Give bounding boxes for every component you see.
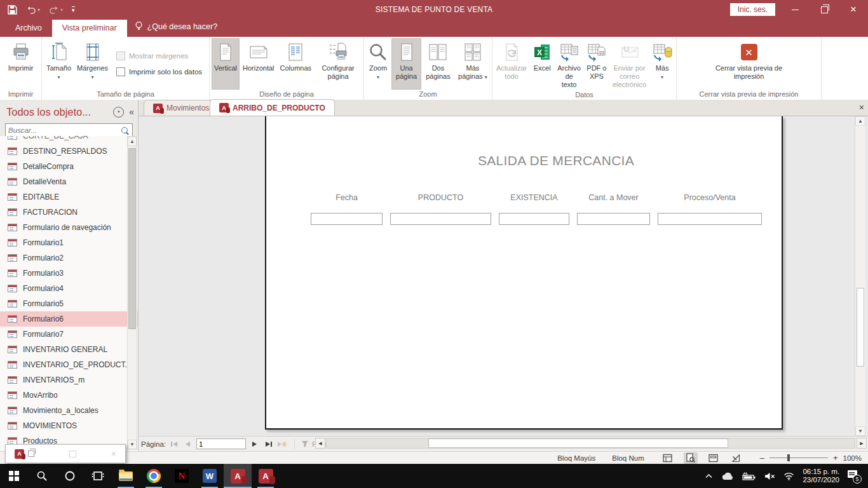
- nav-object-item[interactable]: Formulario6: [0, 311, 138, 327]
- tab-vista-preliminar[interactable]: Vista preliminar: [52, 20, 127, 37]
- zoom-percentage[interactable]: 100%: [843, 454, 862, 462]
- more-pages-button[interactable]: Más páginas ▾: [455, 38, 491, 90]
- action-center-button[interactable]: 5: [848, 470, 860, 482]
- export-excel-button[interactable]: X Excel: [530, 38, 554, 90]
- print-preview-area[interactable]: SALIDA DE MERCANCIA Fecha PRODUCTO EXIST…: [139, 116, 855, 436]
- volume-muted-icon[interactable]: [764, 472, 775, 480]
- save-icon[interactable]: [8, 5, 17, 15]
- tell-me-box[interactable]: ¿Qué desea hacer?: [127, 17, 226, 37]
- taskbar-search-button[interactable]: [28, 464, 56, 488]
- columns-button[interactable]: Columnas: [278, 38, 315, 90]
- nav-pane-menu-icon[interactable]: ▾: [113, 107, 124, 118]
- cortana-button[interactable]: [56, 464, 84, 488]
- next-page-button[interactable]: [248, 439, 260, 449]
- scrollbar-thumb[interactable]: [128, 148, 136, 329]
- zoom-out-icon[interactable]: –: [760, 453, 764, 463]
- access-button-2[interactable]: A: [252, 464, 280, 488]
- redo-button[interactable]: ▾: [49, 6, 63, 14]
- nav-object-item[interactable]: EDITABLE: [0, 189, 138, 205]
- file-explorer-button[interactable]: [112, 464, 140, 488]
- nav-object-item[interactable]: DESTINO_RESPALDOS: [0, 144, 138, 159]
- zoom-slider-thumb[interactable]: [787, 454, 790, 461]
- horizontal-scrollbar[interactable]: [326, 438, 855, 449]
- access-button-active[interactable]: A: [224, 464, 252, 488]
- search-icon[interactable]: [121, 127, 128, 133]
- layout-view-icon[interactable]: [707, 452, 721, 464]
- nav-object-item[interactable]: Formulario de navegación: [0, 220, 138, 235]
- print-button[interactable]: Imprimir: [6, 38, 36, 90]
- customize-qat-icon[interactable]: ▾: [72, 6, 75, 13]
- restore-icon[interactable]: [28, 451, 34, 457]
- scroll-down-icon[interactable]: ▼: [128, 440, 137, 449]
- nav-object-item[interactable]: Formulario5: [0, 296, 138, 311]
- close-icon[interactable]: ×: [111, 449, 116, 459]
- nav-object-item[interactable]: MovArribo: [0, 388, 138, 403]
- nav-object-item[interactable]: FACTURACION: [0, 205, 138, 220]
- close-document-icon[interactable]: ×: [859, 102, 864, 112]
- hscroll-right-icon[interactable]: ▶: [857, 438, 867, 449]
- minimize-button[interactable]: [780, 0, 810, 19]
- export-pdf-xps-button[interactable]: PDF o XPS: [584, 38, 609, 90]
- sign-in-button[interactable]: Inic. ses.: [730, 3, 775, 16]
- collapse-pane-icon[interactable]: «: [129, 107, 134, 117]
- show-margins-checkbox[interactable]: Mostrar márgenes: [116, 51, 202, 60]
- nav-object-item[interactable]: Movimiento_a_locales: [0, 403, 138, 418]
- last-page-button[interactable]: [262, 439, 274, 449]
- onedrive-icon[interactable]: [721, 472, 734, 480]
- search-input[interactable]: [6, 126, 121, 134]
- word-button[interactable]: W: [196, 464, 224, 488]
- nav-object-item[interactable]: MOVIMIENTOS: [0, 418, 138, 433]
- undo-button[interactable]: ▾: [26, 6, 40, 14]
- print-data-only-checkbox[interactable]: Imprimir solo los datos: [116, 67, 202, 76]
- chrome-button[interactable]: [140, 464, 168, 488]
- close-button[interactable]: ×: [839, 0, 868, 19]
- nav-object-item[interactable]: CORTE_DE_CAJA: [0, 136, 138, 144]
- nav-pane-title[interactable]: Todos los objeto...: [6, 106, 113, 118]
- page-setup-button[interactable]: Configurar página: [315, 38, 362, 90]
- tab-movimientos[interactable]: A Movimientos: [144, 100, 219, 116]
- scroll-up-icon[interactable]: ▲: [128, 137, 137, 146]
- nav-object-item[interactable]: Formulario4: [0, 281, 138, 296]
- landscape-button[interactable]: Horizontal: [240, 38, 277, 90]
- page-size-button[interactable]: Tamaño ▾: [44, 38, 74, 90]
- wifi-icon[interactable]: [783, 472, 794, 480]
- restore-button[interactable]: [810, 0, 839, 19]
- form-view-icon[interactable]: [661, 452, 675, 464]
- one-page-button[interactable]: Una página: [391, 38, 421, 90]
- zoom-in-icon[interactable]: +: [833, 453, 838, 463]
- nav-object-item[interactable]: Formulario7: [0, 327, 138, 342]
- scrollbar-thumb[interactable]: [857, 288, 864, 367]
- nav-object-item[interactable]: DetalleCompra: [0, 159, 138, 174]
- start-button[interactable]: [0, 464, 28, 488]
- nav-object-item[interactable]: DetalleVenta: [0, 174, 138, 189]
- nav-object-item[interactable]: Formulario3: [0, 266, 138, 281]
- netflix-button[interactable]: N: [168, 464, 196, 488]
- print-preview-view-icon[interactable]: [684, 452, 698, 464]
- nav-object-item[interactable]: Formulario2: [0, 250, 138, 266]
- design-view-icon[interactable]: [729, 452, 743, 464]
- redo-dropdown-icon[interactable]: ▾: [60, 7, 63, 13]
- nav-object-item[interactable]: Formulario1: [0, 235, 138, 250]
- export-text-file-button[interactable]: Archivo de texto: [555, 38, 583, 90]
- zoom-button[interactable]: Zoom ▾: [365, 38, 391, 90]
- nav-object-item[interactable]: INVENTARIO GENERAL: [0, 342, 138, 357]
- battery-charging-icon[interactable]: [742, 472, 756, 480]
- more-export-button[interactable]: Más ▾: [649, 38, 675, 90]
- tab-arribo-de-producto[interactable]: A ARRIBO_DE_PRODUCTO: [210, 99, 335, 116]
- nav-object-item[interactable]: INVENTARIOS_m: [0, 372, 138, 388]
- task-view-button[interactable]: [84, 464, 112, 488]
- tray-expand-icon[interactable]: [705, 473, 713, 479]
- scrollbar-thumb[interactable]: [428, 438, 728, 448]
- zoom-slider[interactable]: [770, 458, 828, 458]
- preview-vertical-scrollbar[interactable]: ▲ ▼: [855, 116, 865, 436]
- page-number-input[interactable]: [196, 438, 246, 449]
- portrait-button[interactable]: Vertical: [212, 38, 240, 90]
- hscroll-left-icon[interactable]: ◀: [315, 438, 325, 449]
- scroll-down-icon[interactable]: ▼: [855, 426, 865, 436]
- tab-archivo[interactable]: Archivo: [5, 20, 52, 37]
- nav-scrollbar[interactable]: ▲ ▼: [127, 136, 137, 450]
- close-print-preview-button[interactable]: ✕ Cerrar vista previa de impresión: [705, 38, 793, 90]
- margins-button[interactable]: Márgenes ▾: [74, 38, 111, 90]
- nav-object-item[interactable]: INVENTARIO_DE_PRODUCT...: [0, 357, 138, 372]
- report-page[interactable]: SALIDA DE MERCANCIA Fecha PRODUCTO EXIST…: [265, 116, 783, 430]
